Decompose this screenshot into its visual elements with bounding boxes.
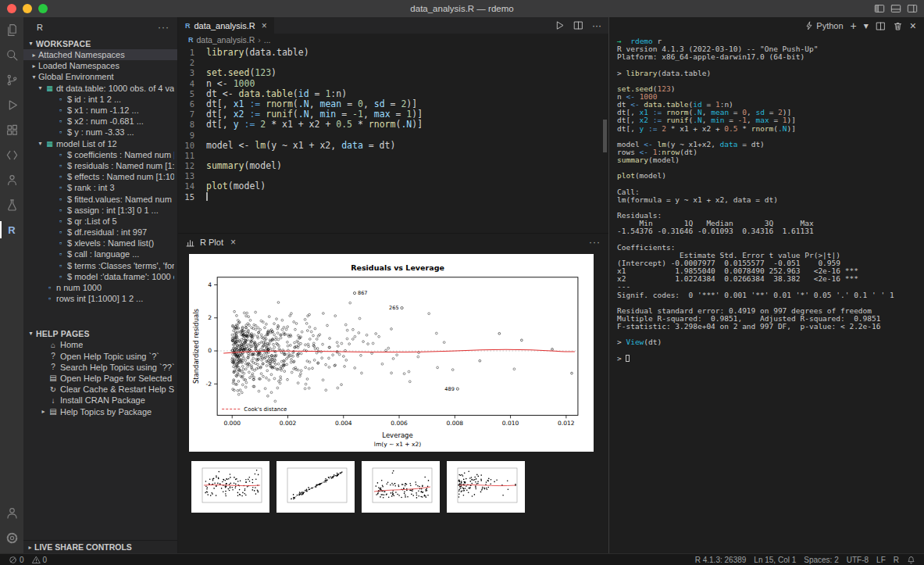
workspace-tree-item[interactable]: ▫$ residuals : Named num [1:1000] -1... bbox=[23, 160, 177, 171]
code-line-8[interactable]: 8dt[, y := 2 * x1 + x2 + 0.5 * rnorm(.N)… bbox=[178, 120, 608, 130]
field-icon: ▫ bbox=[55, 162, 66, 170]
workspace-tree-item[interactable]: ▫$ x1 : num -1.12 ... bbox=[23, 105, 177, 116]
workspace-tree-item[interactable]: ▫n num 1000 bbox=[23, 282, 177, 293]
status-errors[interactable]: 0 bbox=[5, 554, 28, 565]
field-icon: ▫ bbox=[55, 128, 66, 136]
activity-r-extension[interactable]: R bbox=[0, 217, 23, 242]
close-panel-button[interactable]: × bbox=[910, 20, 916, 31]
plot-thumbnail-normal-qq[interactable] bbox=[276, 461, 355, 513]
workspace-tree-item[interactable]: ▫$ xlevels : Named list() bbox=[23, 238, 177, 249]
workspace-tree-item[interactable]: ▫$ id : int 1 2 ... bbox=[23, 94, 177, 105]
chevron-down-icon: ▾ bbox=[30, 73, 38, 80]
help-page-item[interactable]: ⌂Home bbox=[23, 339, 177, 350]
chevron-down-icon: ▾ bbox=[26, 40, 36, 47]
section-workspace[interactable]: ▾ WORKSPACE bbox=[23, 38, 177, 49]
workspace-tree-item[interactable]: ▫$ call : language ... bbox=[23, 249, 177, 259]
tab-r-plot[interactable]: R Plot × bbox=[185, 237, 236, 248]
status-encoding[interactable]: UTF-8 bbox=[843, 554, 872, 565]
code-line-15[interactable]: 15 bbox=[178, 192, 608, 202]
svg-text:0: 0 bbox=[208, 348, 212, 355]
activity-search[interactable] bbox=[0, 42, 23, 67]
toggle-primary-sidebar-icon[interactable] bbox=[874, 3, 885, 14]
toggle-secondary-sidebar-icon[interactable] bbox=[907, 3, 918, 14]
field-icon: ▫ bbox=[55, 239, 66, 247]
workspace-tree-item[interactable]: ▾Global Environment bbox=[23, 71, 177, 82]
status-notifications[interactable] bbox=[903, 554, 919, 565]
close-tab-icon[interactable]: × bbox=[262, 20, 267, 31]
activity-run-and-debug[interactable] bbox=[0, 92, 23, 117]
workspace-tree-item[interactable]: ▫rows int [1:1000] 1 2 ... bbox=[23, 293, 177, 304]
workspace-tree-item[interactable]: ▾▦model List of 12 bbox=[23, 138, 177, 149]
help-page-item[interactable]: ▤Open Help Page for Selected Text bbox=[23, 373, 177, 384]
workspace-tree-item[interactable]: ▫$ x2 : num -0.681 ... bbox=[23, 116, 177, 127]
workspace-tree-item[interactable]: ▾▦dt data.table: 1000 obs. of 4 variable… bbox=[23, 83, 177, 94]
status-r-session[interactable]: R 4.1.3: 26389 bbox=[691, 554, 751, 565]
code-line-14[interactable]: 14plot(model) bbox=[178, 181, 608, 191]
activity-accounts[interactable] bbox=[0, 500, 23, 525]
activity-explorer[interactable] bbox=[0, 17, 23, 42]
workspace-tree-item[interactable]: ▫$ df.residual : int 997 bbox=[23, 227, 177, 238]
activity-source-control[interactable] bbox=[0, 67, 23, 92]
help-page-item[interactable]: ▸▤Help Topics by Package bbox=[23, 406, 177, 417]
breadcrumb-separator-icon: › bbox=[258, 35, 261, 45]
field-icon: ▫ bbox=[55, 250, 66, 258]
r-plot-panel: R Plot × ··· Residuals vs Leverage0.0000… bbox=[178, 233, 608, 553]
minimize-window-button[interactable] bbox=[23, 4, 32, 13]
code-editor[interactable]: 1library(data.table)23set.seed(123)4n <-… bbox=[178, 45, 608, 233]
status-eol[interactable]: LF bbox=[872, 554, 890, 565]
activity-live-share[interactable] bbox=[0, 167, 23, 192]
status-language-mode[interactable]: R bbox=[890, 554, 903, 565]
more-actions-icon[interactable]: ··· bbox=[158, 22, 169, 33]
plot-thumbnail-scale-location[interactable] bbox=[362, 461, 440, 513]
terminal-output[interactable]: → rdemo rR version 4.1.3 (2022-03-10) --… bbox=[609, 34, 924, 553]
plot-thumbnail-residuals-vs-leverage[interactable] bbox=[447, 461, 525, 513]
activity-settings[interactable] bbox=[0, 525, 23, 550]
section-help-pages[interactable]: ▾ HELP PAGES bbox=[23, 327, 177, 339]
activity-extensions[interactable] bbox=[0, 117, 23, 142]
toggle-panel-icon[interactable] bbox=[890, 3, 901, 14]
code-line-10[interactable]: 10model <- lm(y ~ x1 + x2, data = dt) bbox=[178, 141, 608, 151]
workspace-tree-item[interactable]: ▫$ qr :List of 5 bbox=[23, 216, 177, 227]
status-warnings[interactable]: 0 bbox=[28, 554, 52, 565]
workspace-tree-item[interactable]: ▸Attached Namespaces bbox=[23, 49, 177, 60]
help-page-item[interactable]: ?Search Help Topics using `??` bbox=[23, 362, 177, 373]
status-indentation[interactable]: Spaces: 2 bbox=[800, 554, 842, 565]
kill-terminal-button[interactable] bbox=[893, 21, 903, 31]
help-page-item[interactable]: ↻Clear Cache & Restart Help Server bbox=[23, 384, 177, 395]
plot-more-actions-icon[interactable]: ··· bbox=[589, 237, 601, 248]
activity-testing[interactable] bbox=[0, 192, 23, 217]
workspace-tree-item[interactable]: ▫$ model :'data.frame': 1000 obs. of... bbox=[23, 271, 177, 282]
workspace-tree-item[interactable]: ▫$ terms :Classes 'terms', 'formula' l..… bbox=[23, 260, 177, 271]
line-number: 11 bbox=[178, 151, 206, 161]
launch-profile-python-button[interactable]: Python bbox=[804, 21, 843, 30]
workspace-tree-item[interactable]: ▫$ coefficients : Named num [1:3] -0... bbox=[23, 149, 177, 160]
line-number: 10 bbox=[178, 141, 206, 151]
split-editor-button[interactable] bbox=[573, 20, 583, 30]
zoom-window-button[interactable] bbox=[38, 4, 48, 13]
split-terminal-button[interactable] bbox=[876, 21, 886, 31]
code-line-1[interactable]: 1library(data.table) bbox=[178, 48, 608, 58]
workspace-tree-item[interactable]: ▸Loaded Namespaces bbox=[23, 60, 177, 71]
help-page-item[interactable]: ?Open Help Topic using `?` bbox=[23, 351, 177, 362]
select-profile-button[interactable]: ▾ bbox=[864, 21, 869, 30]
workspace-tree-item[interactable]: ▫$ rank : int 3 bbox=[23, 182, 177, 193]
section-live-share-controls[interactable]: ▸ LIVE SHARE CONTROLS bbox=[23, 540, 177, 553]
editor-scrollbar[interactable] bbox=[603, 120, 607, 152]
new-terminal-button[interactable]: + bbox=[851, 20, 857, 31]
status-cursor-position[interactable]: Ln 15, Col 1 bbox=[750, 554, 800, 565]
workspace-tree-item[interactable]: ▫$ assign : int [1:3] 0 1 ... bbox=[23, 205, 177, 216]
close-window-button[interactable] bbox=[7, 4, 16, 13]
workspace-tree-item[interactable]: ▫$ y : num -3.33 ... bbox=[23, 127, 177, 138]
help-page-item[interactable]: ↓Install CRAN Package bbox=[23, 395, 177, 406]
terminal-header: Python+▾× bbox=[609, 17, 924, 34]
close-plot-icon[interactable]: × bbox=[230, 237, 236, 248]
workspace-tree-item[interactable]: ▫$ fitted.values: Named num [1:1000... bbox=[23, 193, 177, 204]
code-line-12[interactable]: 12summary(model) bbox=[178, 161, 608, 171]
workspace-tree-item[interactable]: ▫$ effects : Named num [1:1000] -1... bbox=[23, 171, 177, 182]
tab-data-analysis[interactable]: R data_analysis.R × bbox=[178, 17, 274, 34]
plot-thumbnail-residuals-vs-fitted[interactable] bbox=[191, 461, 269, 513]
breadcrumb[interactable]: R data_analysis.R › ... bbox=[178, 34, 608, 45]
more-actions-button[interactable]: ··· bbox=[592, 21, 601, 30]
activity-remote-explorer[interactable] bbox=[0, 142, 23, 167]
run-source-button[interactable] bbox=[555, 20, 565, 30]
